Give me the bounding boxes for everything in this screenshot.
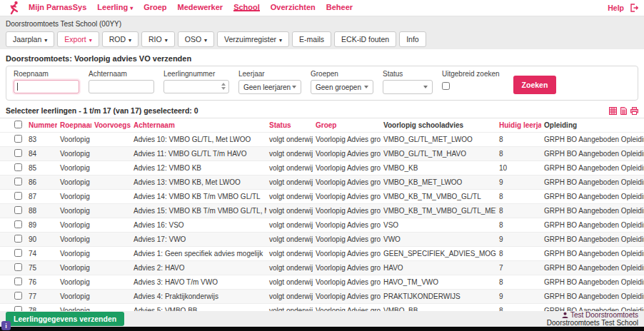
roepnaam-label: Roepnaam [14,70,79,78]
tab-rio[interactable]: RIO▾ [141,31,175,47]
column-header-huidig-leerjaar[interactable]: Huidig leerjaar [496,121,541,129]
cell-groep: Voorlopig Advies groep [313,193,381,200]
cell-achternaam: Advies 1: Geen specifiek advies mogelijk [131,250,266,258]
cell-nummer: 87 [26,193,57,200]
cell-advies: PRAKTIJKONDERWIJS [381,292,496,300]
row-checkbox[interactable] [14,192,22,200]
table-row[interactable]: 83VoorlopigAdvies 10: VMBO GL/TL, Met LW… [0,133,644,147]
row-checkbox[interactable] [14,135,22,143]
print-icon[interactable] [630,107,638,115]
tab-e-mails[interactable]: E-mails [292,31,331,47]
row-checkbox[interactable] [14,249,22,257]
table-row[interactable]: 89VoorlopigAdvies 16: VSOvolgt onderwijs… [0,218,644,233]
tab-verzuimregister[interactable]: Verzuimregister▾ [217,31,289,47]
cell-status: volgt onderwijs [266,164,313,172]
row-checkbox[interactable] [14,163,22,171]
row-checkbox[interactable] [14,277,22,285]
step-up-icon[interactable] [221,83,226,86]
select-all-checkbox[interactable] [14,121,22,128]
cell-leerjaar: 8 [496,136,541,143]
leerjaar-label: Leerjaar [238,70,301,78]
row-checkbox[interactable] [14,149,22,157]
chevron-down-icon [292,86,296,88]
cell-groep: Voorlopig Advies groep [313,207,381,215]
file-export-icon[interactable] [620,107,627,115]
cell-leerjaar: 9 [496,178,541,186]
tab-oso[interactable]: OSO▾ [178,31,214,47]
tab-bar: Jaarplan▾Export▾ROD▾RIO▾OSO▾Verzuimregis… [0,30,644,47]
cell-achternaam: Advies 3: HAVO T/m VWO [131,278,266,286]
row-checkbox[interactable] [14,178,22,185]
footer-user: Test Doorstroomtoets [547,311,638,319]
cell-nummer: 83 [26,136,57,143]
table-row[interactable]: 75VoorlopigAdvies 2: HAVOvolgt onderwijs… [0,261,644,275]
cell-advies: VMBO_GL/TL_MET_LWOO [381,136,496,143]
column-header-voorvoegsel[interactable]: Voorvoegsel [91,121,131,129]
uitgebreid-zoeken-checkbox[interactable] [442,82,450,90]
table-row[interactable]: 86VoorlopigAdvies 13: VMBO KB, Met LWOOv… [0,175,644,190]
person-icon [562,312,568,318]
cell-opleiding: GRPH BO Aangeboden Opleiding 2 [541,235,644,243]
column-header-groep[interactable]: Groep [313,121,381,129]
nav-item-groep[interactable]: Groep [144,3,166,11]
row-checkbox[interactable] [14,263,22,271]
status-select[interactable] [383,80,433,94]
nav-item-overzichten[interactable]: Overzichten [271,3,316,11]
help-link[interactable]: Help [608,4,624,12]
chevron-down-icon: ▾ [279,37,282,44]
cell-status: volgt onderwijs [266,278,313,286]
groepen-select[interactable]: Geen groepen [311,80,373,94]
cell-opleiding: GRPH BO Aangeboden Opleiding 2 [541,150,644,158]
table-row[interactable]: 84VoorlopigAdvies 11: VMBO GL/TL T/m HAV… [0,147,644,161]
table-row[interactable]: 76VoorlopigAdvies 3: HAVO T/m VWOvolgt o… [0,275,644,290]
achternaam-input[interactable] [89,80,154,93]
nav-item-leerling[interactable]: Leerling▾ [97,3,133,11]
row-checkbox[interactable] [14,220,22,228]
row-checkbox[interactable] [14,235,22,243]
cell-achternaam: Advies 10: VMBO GL/TL, Met LWOO [131,136,266,143]
list-header: Selecteer leerlingen - 1 t/m 17 (van 17)… [0,101,644,118]
number-stepper[interactable] [221,83,226,90]
tab-export[interactable]: Export▾ [57,31,99,47]
leerlinggegevens-verzenden-button[interactable]: Leerlinggegevens verzenden [6,312,124,326]
logout-icon[interactable] [630,4,638,12]
column-header-achternaam[interactable]: Achternaam [131,121,266,129]
leerjaar-select[interactable]: Geen leerjaren [238,80,301,94]
footer-bar: Leerlinggegevens verzenden Test Doorstro… [0,311,644,327]
table-row[interactable]: 77VoorlopigAdvies 4: Praktijkonderwijsvo… [0,290,644,304]
nav-item-school[interactable]: School [233,3,260,11]
zoeken-button[interactable]: Zoeken [513,76,557,94]
tab-rod[interactable]: ROD▾ [102,31,139,47]
tab-jaarplan[interactable]: Jaarplan▾ [6,31,54,47]
nav-item-beheer[interactable]: Beheer [326,3,353,11]
top-nav-items: Mijn ParnasSysLeerling▾GroepMedewerkerSc… [29,0,363,16]
info-badge[interactable]: i [1,321,11,330]
parnassys-runner-logo[interactable] [6,1,23,15]
roepnaam-input[interactable] [14,80,79,93]
step-down-icon[interactable] [221,87,226,90]
column-header-nummer[interactable]: Nummer [26,121,57,129]
cell-roepnaam: Voorlopig [57,150,91,158]
column-header-status[interactable]: Status [266,121,313,129]
tab-info[interactable]: Info [399,31,426,47]
row-checkbox[interactable] [14,292,22,300]
table-row[interactable]: 87VoorlopigAdvies 14: VMBO KB T/m VMBO G… [0,190,644,204]
nav-item-mijn-parnassys[interactable]: Mijn ParnasSys [29,3,86,11]
table-row[interactable]: 85VoorlopigAdvies 12: VMBO KBvolgt onder… [0,161,644,175]
breadcrumb: Doorstroomtoets Test School (00YY) [0,16,644,30]
tab-eck-id-fouten[interactable]: ECK-iD fouten [334,31,396,47]
nav-item-medewerker[interactable]: Medewerker [178,3,223,11]
row-checkbox[interactable] [14,206,22,214]
table-export-icon[interactable] [609,107,617,115]
column-header-roepnaam[interactable]: Roepnaam [57,121,91,129]
cell-status: volgt onderwijs [266,193,313,200]
cell-achternaam: Advies 4: Praktijkonderwijs [131,292,266,300]
column-header-opleiding: Opleiding [541,121,644,129]
cell-advies: VMBO_GL/TL_TM_HAVO [381,150,496,158]
chevron-down-icon: ▾ [130,5,133,11]
table-row[interactable]: 90VoorlopigAdvies 17: VWOvolgt onderwijs… [0,233,644,247]
cell-roepnaam: Voorlopig [57,221,91,229]
table-row[interactable]: 74VoorlopigAdvies 1: Geen specifiek advi… [0,247,644,261]
table-row[interactable]: 88VoorlopigAdvies 15: VMBO KB T/m VMBO G… [0,204,644,218]
leerlingnummer-input[interactable] [163,80,229,93]
